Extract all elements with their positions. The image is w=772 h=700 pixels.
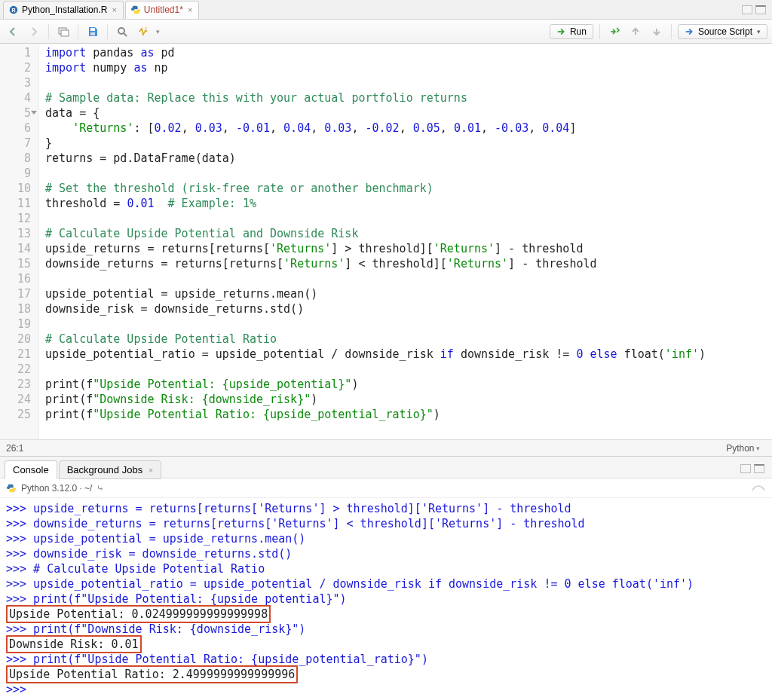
line-number-gutter: 1234567891011121314151617181920212223242…: [0, 44, 39, 439]
close-icon[interactable]: ×: [112, 5, 116, 14]
editor-status-bar: 26:1 Python: [0, 439, 772, 456]
source-arrow-icon: [685, 26, 695, 37]
code-area[interactable]: import pandas as pdimport numpy as np# S…: [39, 44, 772, 439]
svg-rect-5: [90, 32, 95, 35]
tab-background-jobs[interactable]: Background Jobs ×: [59, 460, 162, 479]
tab-label: Background Jobs: [67, 464, 142, 475]
editor-tab-python-installation[interactable]: R Python_Installation.R ×: [3, 1, 124, 19]
go-to-next-section-button[interactable]: [648, 23, 665, 40]
rerun-button[interactable]: [606, 23, 623, 40]
tab-console[interactable]: Console: [5, 460, 57, 479]
run-button[interactable]: Run: [550, 24, 593, 39]
clear-console-icon[interactable]: [751, 481, 766, 494]
chevron-right-icon[interactable]: ⤷: [96, 483, 104, 494]
tab-label: Console: [13, 464, 49, 475]
svg-rect-4: [90, 28, 95, 31]
minimize-pane-icon[interactable]: [742, 5, 752, 14]
svg-rect-3: [61, 30, 69, 36]
editor-toolbar: ▾ Run Source Script ▾: [0, 20, 772, 44]
python-file-icon: [130, 5, 141, 15]
console-output[interactable]: >>> upside_returns = returns[returns['Re…: [0, 498, 772, 700]
console-pane-controls: [740, 464, 764, 473]
editor-pane-controls: [742, 5, 766, 14]
console-tab-bar: Console Background Jobs ×: [0, 456, 772, 478]
code-tools-button[interactable]: [135, 23, 152, 40]
maximize-pane-icon[interactable]: [755, 5, 766, 14]
source-script-button[interactable]: Source Script ▾: [678, 24, 767, 39]
editor-tab-bar: R Python_Installation.R × Untitled1* ×: [0, 0, 772, 20]
svg-text:R: R: [11, 8, 15, 13]
console-header-title: Python 3.12.0 · ~/: [21, 483, 92, 494]
source-label: Source Script: [698, 26, 752, 37]
chevron-down-icon: ▾: [757, 28, 761, 35]
forward-button[interactable]: [26, 23, 42, 40]
save-button[interactable]: [84, 23, 101, 40]
back-button[interactable]: [5, 23, 21, 40]
code-tools-dropdown[interactable]: ▾: [156, 28, 160, 35]
find-replace-button[interactable]: [114, 23, 130, 40]
close-icon[interactable]: ×: [149, 466, 153, 475]
language-selector[interactable]: Python: [720, 442, 766, 454]
maximize-pane-icon[interactable]: [754, 464, 764, 473]
minimize-pane-icon[interactable]: [740, 464, 751, 473]
console-header: Python 3.12.0 · ~/ ⤷: [0, 478, 772, 498]
run-label: Run: [570, 26, 587, 37]
editor-tab-untitled1[interactable]: Untitled1* ×: [125, 1, 199, 19]
close-icon[interactable]: ×: [188, 5, 192, 14]
show-in-new-window-button[interactable]: [55, 23, 72, 40]
r-file-icon: R: [8, 5, 19, 15]
cursor-position: 26:1: [6, 443, 23, 454]
tab-label: Untitled1*: [144, 5, 183, 15]
tab-label: Python_Installation.R: [22, 5, 107, 15]
code-editor[interactable]: 1234567891011121314151617181920212223242…: [0, 44, 772, 439]
python-icon: [6, 483, 17, 494]
run-arrow-icon: [556, 26, 567, 37]
go-to-prev-section-button[interactable]: [627, 23, 644, 40]
svg-point-6: [118, 28, 124, 34]
